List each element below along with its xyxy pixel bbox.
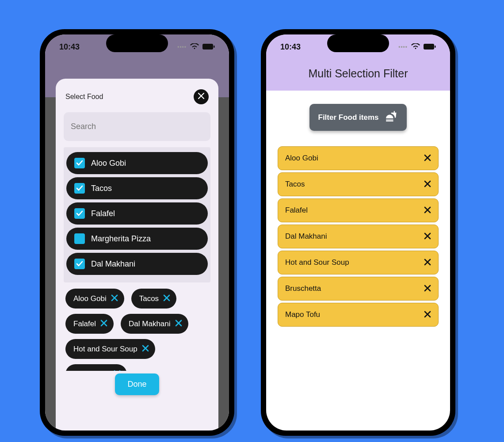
option-label: Dal Makhani — [91, 259, 135, 269]
selected-card: Mapo Tofu — [278, 303, 439, 327]
device-notch — [327, 34, 389, 52]
selected-chip: Bruschetta — [65, 364, 127, 371]
chip-label: Falafel — [73, 320, 96, 328]
checkbox[interactable] — [74, 233, 85, 244]
remove-card-icon[interactable] — [424, 205, 431, 216]
selected-chip: Falafel — [65, 314, 114, 334]
checkbox[interactable] — [74, 259, 85, 269]
card-label: Mapo Tofu — [285, 310, 320, 319]
option-label: Falafel — [91, 209, 115, 218]
filter-food-button[interactable]: Filter Food items — [309, 104, 407, 131]
option-row[interactable]: Aloo Gobi — [66, 152, 208, 174]
selected-card: Hot and Sour Soup — [278, 251, 439, 274]
wifi-icon — [411, 42, 420, 52]
status-time: 10:43 — [280, 42, 301, 52]
selected-chip: Hot and Sour Soup — [65, 339, 155, 359]
option-row[interactable]: Dal Makhani — [66, 253, 208, 275]
card-label: Hot and Sour Soup — [285, 258, 349, 267]
option-row[interactable]: Margherita Pizza — [66, 228, 208, 250]
card-label: Falafel — [285, 206, 308, 215]
search-input[interactable] — [64, 112, 210, 141]
remove-chip-icon[interactable] — [100, 319, 107, 329]
battery-icon — [424, 42, 436, 52]
card-label: Dal Makhani — [285, 232, 327, 241]
battery-icon — [202, 42, 215, 52]
selected-chip: Tacos — [131, 289, 176, 309]
checkbox[interactable] — [74, 158, 85, 168]
svg-rect-0 — [202, 44, 213, 50]
remove-card-icon[interactable] — [424, 257, 431, 268]
remove-card-icon[interactable] — [424, 152, 431, 164]
option-row[interactable]: Tacos — [66, 177, 208, 199]
option-label: Aloo Gobi — [91, 159, 126, 168]
option-label: Margherita Pizza — [91, 234, 151, 244]
modal-title: Select Food — [65, 93, 103, 101]
selected-card-list: Aloo GobiTacosFalafelDal MakhaniHot and … — [278, 144, 439, 329]
remove-chip-icon[interactable] — [175, 319, 182, 329]
remove-card-icon[interactable] — [424, 179, 431, 190]
option-row[interactable]: Falafel — [66, 202, 208, 225]
phone-left: 10:43 •••• Select Food — [40, 29, 234, 436]
selected-card: Dal Makhani — [278, 225, 439, 248]
card-label: Bruschetta — [285, 284, 321, 293]
cellular-dots-icon: •••• — [398, 44, 408, 50]
options-list[interactable]: Aloo GobiTacosFalafelMargherita PizzaDal… — [64, 147, 210, 282]
fastfood-icon — [386, 110, 398, 125]
close-button[interactable] — [194, 89, 209, 104]
svg-rect-1 — [214, 46, 215, 48]
wifi-icon — [190, 42, 199, 52]
select-food-modal: Select Food Aloo GobiTacosFalafelMargher… — [56, 79, 218, 431]
cellular-dots-icon: •••• — [177, 44, 187, 50]
selected-chip: Dal Makhani — [121, 314, 188, 334]
svg-rect-3 — [435, 46, 436, 48]
remove-card-icon[interactable] — [424, 231, 431, 242]
close-icon — [198, 93, 204, 101]
card-label: Aloo Gobi — [285, 154, 318, 163]
selected-chip: Aloo Gobi — [65, 289, 124, 309]
phone-right: 10:43 •••• Multi Selection Filter — [261, 29, 455, 436]
chip-label: Dal Makhani — [129, 320, 171, 328]
remove-card-icon[interactable] — [424, 309, 431, 320]
selected-card: Bruschetta — [278, 277, 439, 301]
page-title: Multi Selection Filter — [266, 59, 450, 91]
selected-card: Falafel — [278, 198, 439, 222]
done-button[interactable]: Done — [115, 373, 159, 395]
selected-chip-row: Aloo GobiTacosFalafelDal MakhaniHot and … — [64, 282, 210, 371]
device-notch — [106, 34, 168, 52]
selected-card: Aloo Gobi — [278, 146, 439, 170]
svg-rect-2 — [424, 44, 434, 50]
checkbox[interactable] — [74, 183, 85, 194]
filter-button-label: Filter Food items — [318, 113, 379, 122]
selected-card: Tacos — [278, 172, 439, 196]
card-label: Tacos — [285, 180, 305, 189]
chip-label: Tacos — [139, 294, 159, 303]
chip-label: Hot and Sour Soup — [73, 345, 137, 354]
chip-label: Aloo Gobi — [73, 294, 107, 303]
remove-chip-icon[interactable] — [142, 344, 149, 354]
remove-chip-icon[interactable] — [163, 293, 170, 304]
option-label: Tacos — [91, 184, 112, 193]
remove-card-icon[interactable] — [424, 283, 431, 294]
checkbox[interactable] — [74, 208, 85, 219]
remove-chip-icon[interactable] — [111, 293, 118, 304]
status-time: 10:43 — [59, 42, 80, 52]
